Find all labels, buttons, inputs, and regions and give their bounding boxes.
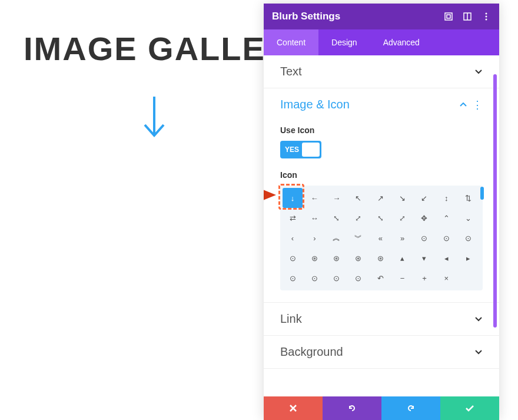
scrollbar[interactable] xyxy=(493,74,497,328)
tab-design[interactable]: Design xyxy=(318,29,370,55)
save-button[interactable] xyxy=(440,396,499,420)
svg-rect-1 xyxy=(445,13,452,20)
icon-arrow-down-left[interactable]: ↙ xyxy=(414,188,434,208)
icon-arrow-up-down[interactable]: ↕ xyxy=(436,188,456,208)
icon-chevron-right[interactable]: › xyxy=(304,228,324,248)
icon-circle-tri-up[interactable]: ⊙ xyxy=(283,268,303,288)
expand-icon[interactable] xyxy=(444,12,453,21)
section-text[interactable]: Text xyxy=(264,55,499,88)
tabs: Content Design Advanced xyxy=(264,29,499,55)
panel-footer xyxy=(264,396,499,420)
icon-arrow-left[interactable]: ← xyxy=(304,188,324,208)
icon-circle-down[interactable]: ⊙ xyxy=(436,228,456,248)
use-icon-label: Use Icon xyxy=(280,125,483,135)
more-icon[interactable] xyxy=(482,12,491,21)
callout-marker: 1 xyxy=(264,183,276,207)
icon-move[interactable]: ✥ xyxy=(414,208,434,228)
redo-button[interactable] xyxy=(381,396,440,420)
icon-circle-double-up[interactable]: ⊛ xyxy=(304,248,324,268)
icon-circle-tri-down[interactable]: ⊙ xyxy=(304,268,324,288)
icon-grid-scrollbar[interactable] xyxy=(480,187,484,200)
icon-swap[interactable]: ⇄ xyxy=(283,208,303,228)
icon-chevron-down[interactable]: ⌄ xyxy=(459,208,479,228)
section-text-title: Text xyxy=(280,65,474,78)
icon-undo[interactable]: ↶ xyxy=(370,268,390,288)
chevron-up-icon xyxy=(459,101,467,109)
icon-expand[interactable]: ⤢ xyxy=(348,208,368,228)
section-options-icon[interactable]: ⋮ xyxy=(472,100,483,110)
panel-header: Blurb Settings xyxy=(264,4,499,29)
icon-circle-up[interactable]: ⊙ xyxy=(414,228,434,248)
icon-triangle-right[interactable]: ▸ xyxy=(459,248,479,268)
settings-panel: Blurb Settings Content Design Advanced T… xyxy=(264,4,499,420)
tab-content[interactable]: Content xyxy=(264,29,318,55)
svg-point-7 xyxy=(486,19,487,21)
icon-arrow-up-right[interactable]: ↗ xyxy=(370,188,390,208)
section-link[interactable]: Link xyxy=(264,303,499,335)
section-link-title: Link xyxy=(280,312,474,326)
panel-title: Blurb Settings xyxy=(272,11,444,22)
icon-chevron-left[interactable]: ‹ xyxy=(283,228,303,248)
icon-arrow-up-left[interactable]: ↖ xyxy=(348,188,368,208)
icon-circle-left[interactable]: ⊙ xyxy=(459,228,479,248)
icon-double-up[interactable]: ︽ xyxy=(327,228,347,248)
undo-button[interactable] xyxy=(323,396,381,420)
icon-triangle-left[interactable]: ◂ xyxy=(436,248,456,268)
icon-circle-double-left[interactable]: ⊛ xyxy=(348,248,368,268)
icon-double-right[interactable]: » xyxy=(393,228,413,248)
icon-collapse[interactable]: ⤡ xyxy=(370,208,390,228)
icon-double-down[interactable]: ︾ xyxy=(348,228,368,248)
icon-arrow-up-down-alt[interactable]: ⇅ xyxy=(459,188,479,208)
icon-circle-tri-right[interactable]: ⊙ xyxy=(348,268,368,288)
icon-picker: ↓ ← → ↖ ↗ ↘ ↙ ↕ ⇅ ⇄ ↔ ⤡ ⤢ ⤡ ⤢ xyxy=(280,186,483,290)
columns-icon[interactable] xyxy=(463,12,472,21)
chevron-down-icon xyxy=(474,348,483,356)
svg-point-6 xyxy=(486,16,487,18)
toggle-yes-label: YES xyxy=(280,145,299,154)
svg-rect-2 xyxy=(447,15,450,18)
icon-minus[interactable]: − xyxy=(393,268,413,288)
icon-expand-alt[interactable]: ⤢ xyxy=(393,208,413,228)
section-background[interactable]: Background xyxy=(264,336,499,368)
panel-body: Text Image & Icon ⋮ Use Icon YES Icon 1 xyxy=(264,55,499,396)
use-icon-toggle[interactable]: YES xyxy=(280,141,321,158)
icon-arrow-down-right[interactable]: ↘ xyxy=(393,188,413,208)
toggle-knob xyxy=(302,143,320,157)
icon-triangle-up[interactable]: ▴ xyxy=(393,248,413,268)
icon-left-right[interactable]: ↔ xyxy=(304,208,324,228)
icon-triangle-down[interactable]: ▾ xyxy=(414,248,434,268)
tab-advanced[interactable]: Advanced xyxy=(370,29,433,55)
icon-double-left[interactable]: « xyxy=(370,228,390,248)
arrow-down-preview xyxy=(141,94,167,141)
icon-circle-tri-left[interactable]: ⊙ xyxy=(327,268,347,288)
chevron-down-icon xyxy=(474,315,483,323)
icon-cross-arrows[interactable]: ⤡ xyxy=(327,208,347,228)
icon-arrow-right[interactable]: → xyxy=(327,188,347,208)
icon-circle-right[interactable]: ⊙ xyxy=(283,248,303,268)
icon-arrow-down[interactable]: ↓ xyxy=(283,188,303,208)
chevron-down-icon xyxy=(474,68,483,76)
icon-label: Icon xyxy=(280,170,483,180)
icon-plus[interactable]: + xyxy=(414,268,434,288)
section-background-title: Background xyxy=(280,345,474,359)
section-image-icon[interactable]: Image & Icon ⋮ xyxy=(264,88,499,121)
section-image-icon-title: Image & Icon xyxy=(280,98,459,111)
icon-circle-double-right[interactable]: ⊛ xyxy=(370,248,390,268)
icon-chevron-up[interactable]: ⌃ xyxy=(436,208,456,228)
cancel-button[interactable] xyxy=(264,396,323,420)
icon-close[interactable]: × xyxy=(436,268,456,288)
svg-point-5 xyxy=(486,13,487,15)
icon-circle-double-down[interactable]: ⊛ xyxy=(327,248,347,268)
